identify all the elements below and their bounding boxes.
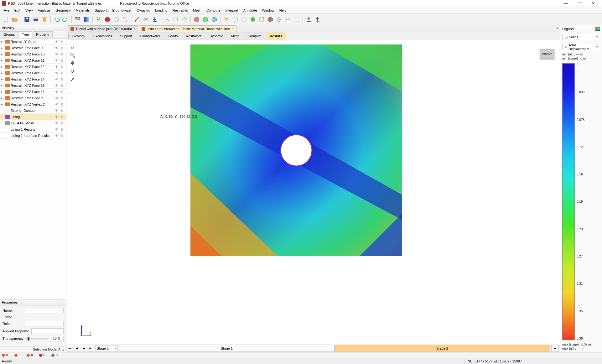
menu-groundwater[interactable]: Groundwater <box>109 8 134 13</box>
3d-viewport[interactable]: ⌕ 🔍 ✥ ↺ ⤢ <box>66 40 560 344</box>
menu-compute[interactable]: Compute <box>204 8 223 13</box>
notes-icon[interactable] <box>40 15 49 23</box>
import-icon[interactable] <box>151 15 159 23</box>
tree-item[interactable]: Exterior Contour👁🗑 <box>0 107 66 114</box>
eye-icon[interactable]: 👁 <box>55 71 60 75</box>
export1-icon[interactable] <box>305 15 313 23</box>
delete-icon[interactable]: 🗑 <box>60 65 65 68</box>
menu-edit[interactable]: Edit <box>12 8 23 13</box>
gradient-icon[interactable] <box>82 15 91 23</box>
print-icon[interactable] <box>32 15 40 23</box>
delete-icon[interactable]: 🗑 <box>60 77 65 81</box>
transparency-slider[interactable] <box>25 338 48 340</box>
delete-icon[interactable]: 🗑 <box>60 71 65 75</box>
menu-geometry[interactable]: Geometry <box>53 8 73 13</box>
tree-item[interactable]: ▸Restrain XYZ Face 15👁🗑 <box>0 82 66 89</box>
globe-icon[interactable] <box>275 15 283 23</box>
workflow-step-dynamic[interactable]: Dynamic <box>204 33 228 39</box>
tree-item[interactable]: ▸Restrain Y Vertex👁🗑 <box>0 39 66 45</box>
tree-item[interactable]: ▸Restrain XYZ Face 11👁🗑 <box>0 57 66 64</box>
tree-item[interactable]: Lining 1 Results👁🗑 <box>0 126 66 133</box>
sketch-icon[interactable] <box>163 15 171 23</box>
quantity-select[interactable]: ↯Total Displacement▾ <box>562 44 600 50</box>
tree-item[interactable]: ▸Restrain XYZ Face 16👁🗑 <box>0 89 66 95</box>
surface-icon[interactable] <box>172 15 180 23</box>
eye-icon[interactable]: 👁 <box>55 134 60 138</box>
fit-icon[interactable]: ⤢ <box>69 76 76 83</box>
cube-wire-icon[interactable] <box>112 15 120 23</box>
measure-icon[interactable] <box>133 15 141 23</box>
tree-item[interactable]: ▸Restrain XYZ Face 9👁🗑 <box>0 45 66 51</box>
first-stage-button[interactable]: ⏮ <box>67 345 73 352</box>
menu-support[interactable]: Support <box>92 8 109 13</box>
view-cube[interactable]: FRONT <box>540 49 554 59</box>
delete-icon[interactable]: 🗑 <box>60 59 65 62</box>
link-icon[interactable] <box>142 15 150 23</box>
tree-item[interactable]: ▸Restrain XYZ Face 14👁🗑 <box>0 76 66 82</box>
name-input[interactable] <box>25 308 64 313</box>
solids-select[interactable]: ▢Solids▾ <box>562 34 600 40</box>
eye-icon[interactable]: 👁 <box>55 115 60 119</box>
grid-colors-icon[interactable] <box>74 15 82 23</box>
maximize-button[interactable]: ▢ <box>573 0 586 7</box>
menu-dynamic[interactable]: Dynamic <box>134 8 153 13</box>
tree-item[interactable]: ▸Restrain XYZ Edge 2👁🗑 <box>0 95 66 101</box>
rotate-icon[interactable]: ↺ <box>69 68 76 75</box>
eye-icon[interactable]: 👁 <box>55 40 60 44</box>
delete-icon[interactable]: 🗑 <box>60 52 65 56</box>
menu-materials[interactable]: Materials <box>73 8 92 13</box>
last-stage-button[interactable]: ⏭ <box>88 345 94 352</box>
eye-icon[interactable]: 👁 <box>55 109 60 112</box>
cube2-icon[interactable] <box>201 15 210 23</box>
workflow-step-support[interactable]: Support <box>114 33 137 39</box>
eye-icon[interactable]: 👁 <box>55 84 60 87</box>
legend-settings-icon[interactable] <box>595 27 600 31</box>
eye-icon[interactable]: 👁 <box>55 46 60 50</box>
menu-help[interactable]: Help <box>277 8 289 13</box>
minimize-button[interactable]: — <box>559 0 573 7</box>
document-tab[interactable]: Joint Liner interaction-Elastic Material… <box>139 25 236 32</box>
menu-mesh[interactable]: Mesh <box>190 8 204 13</box>
lock-box-icon[interactable] <box>121 15 129 23</box>
workflow-step-excavations[interactable]: Excavations <box>87 33 117 39</box>
workflow-step-results[interactable]: Results <box>264 33 287 39</box>
cube3-icon[interactable] <box>210 15 218 23</box>
redo-icon[interactable] <box>61 15 70 23</box>
menu-interpret[interactable]: Interpret <box>223 8 241 13</box>
eye-icon[interactable]: 👁 <box>55 65 60 69</box>
delete-icon[interactable]: 🗑 <box>60 115 65 118</box>
tree-item[interactable]: Lining 1👁🗑 <box>0 114 66 120</box>
tree-item[interactable]: ▸Restrain XYZ Face 10👁🗑 <box>0 51 66 57</box>
menu-loading[interactable]: Loading <box>153 8 170 13</box>
eye-icon[interactable]: 👁 <box>55 52 60 56</box>
next-stage-button[interactable]: ▶ <box>81 345 87 352</box>
eye-icon[interactable]: 👁 <box>55 121 60 125</box>
transparency-value[interactable]: 15 % <box>50 336 64 341</box>
menu-analysis[interactable]: Analysis <box>35 8 53 13</box>
workflow-step-loads[interactable]: Loads <box>162 33 182 39</box>
cube1-icon[interactable] <box>193 15 201 23</box>
delete-icon[interactable]: 🗑 <box>60 46 65 49</box>
stage-select[interactable]: Stage 2 <box>95 345 118 351</box>
new-file-icon[interactable] <box>2 15 10 23</box>
visibility-tab-tree[interactable]: Tree <box>18 31 32 38</box>
undo-icon[interactable] <box>53 15 61 23</box>
delete-icon[interactable]: 🗑 <box>60 102 65 106</box>
zoom-icon[interactable]: 🔍 <box>69 51 76 59</box>
sphere-icon[interactable] <box>249 15 257 23</box>
shaded-cube-icon[interactable] <box>266 15 274 23</box>
export2-icon[interactable] <box>314 15 322 23</box>
visibility-tab-property[interactable]: Property <box>33 31 53 38</box>
eye-icon[interactable]: 👁 <box>55 77 60 81</box>
eye-icon[interactable]: 👁 <box>55 90 60 94</box>
doc-icon[interactable] <box>293 15 301 23</box>
delete-icon[interactable]: 🗑 <box>60 109 65 112</box>
menu-annotate[interactable]: Annotate <box>241 8 260 13</box>
workflow-step-geology[interactable]: Geology <box>68 33 90 39</box>
eye-icon[interactable]: 👁 <box>55 59 60 62</box>
close-tab-icon[interactable]: × <box>133 27 135 30</box>
menu-window[interactable]: Window <box>260 8 277 13</box>
rotate-icon[interactable] <box>180 15 189 23</box>
close-button[interactable]: ✕ <box>586 0 600 7</box>
xo-icon[interactable]: XO <box>284 15 292 23</box>
